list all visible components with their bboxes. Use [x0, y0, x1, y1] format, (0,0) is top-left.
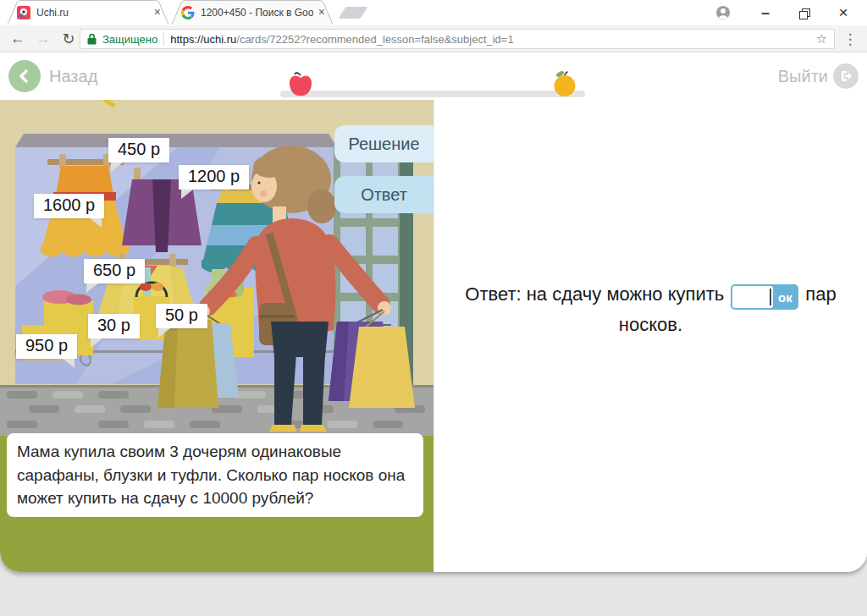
red-apple-icon [288, 70, 313, 97]
price-tag-headband: 30 р [88, 314, 140, 338]
lock-icon [87, 33, 97, 45]
tab-close-icon[interactable]: × [318, 6, 325, 18]
new-tab-button[interactable] [338, 7, 367, 19]
answer-input-widget: ок [731, 284, 798, 310]
logout-icon [839, 69, 853, 83]
back-nav-icon[interactable]: ← [7, 28, 29, 50]
tab-google-search[interactable]: 1200+450 - Поиск в Goo × [171, 0, 334, 25]
lesson-header: Назад Выйти [0, 52, 867, 100]
minimize-button[interactable]: – [748, 0, 782, 25]
google-favicon-icon [181, 6, 195, 19]
answer-prefix: Ответ: на сдачу можно купить [465, 283, 724, 305]
reload-icon[interactable]: ↻ [58, 28, 80, 50]
illustration-panel: 450 р 1200 р 1600 р 650 р 30 р 50 р 950 … [0, 100, 434, 572]
address-bar[interactable]: Защищено https://uchi.ru/cards/72252?rec… [80, 29, 835, 49]
tab-title: 1200+450 - Поиск в Goo [201, 7, 313, 19]
url-host: https://uchi.ru [170, 33, 236, 46]
question-text: Мама купила своим 3 дочерям одинаковые с… [7, 433, 423, 517]
restore-button[interactable] [787, 0, 820, 25]
price-tag-socks: 50 р [156, 304, 207, 328]
exit-button[interactable] [833, 63, 859, 89]
back-button[interactable] [8, 60, 41, 92]
price-tag-shoes: 950 р [16, 334, 77, 359]
answer-panel: Ответ: на сдачу можно купитьокпар носков… [434, 100, 867, 572]
restore-icon [799, 8, 809, 18]
window-controls: – × [698, 0, 867, 25]
tab-close-icon[interactable]: × [154, 6, 161, 18]
browser-toolbar: ← → ↻ Защищено https://uchi.ru/cards/722… [0, 25, 867, 52]
tab-strip: Uchi.ru × 1200+450 - Поиск в Goo × [0, 0, 867, 25]
price-tag-blouse: 450 р [108, 138, 169, 162]
price-tag-skirt: 1200 р [179, 165, 249, 190]
tab-uchi[interactable]: Uchi.ru × [7, 0, 169, 25]
browser-menu-icon[interactable]: ⋮ [840, 29, 860, 49]
browser-chrome: Uchi.ru × 1200+450 - Поиск в Goo × [0, 0, 867, 52]
exercise-card: 450 р 1200 р 1600 р 650 р 30 р 50 р 950 … [0, 100, 867, 572]
text-caret [770, 289, 771, 305]
window-close-button[interactable]: × [826, 0, 860, 25]
progress-track [280, 91, 585, 97]
ok-button[interactable]: ок [773, 286, 797, 308]
url-text: https://uchi.ru/cards/72252?recommended_… [170, 33, 809, 46]
back-label[interactable]: Назад [49, 67, 97, 86]
security-label: Защищено [102, 33, 157, 46]
answer-sentence: Ответ: на сдачу можно купитьокпар носков… [449, 279, 853, 339]
answer-input[interactable] [732, 286, 773, 308]
price-tag-shirt: 650 р [84, 259, 145, 283]
uchi-favicon-icon [17, 6, 30, 19]
exit-label[interactable]: Выйти [778, 67, 828, 86]
price-tag-dress: 1600 р [34, 194, 104, 218]
yellow-apple-icon [552, 70, 577, 97]
url-path: /cards/72252?recommended_lesson=false&su… [236, 33, 513, 46]
tab-title: Uchi.ru [36, 7, 149, 19]
lesson-progress-bar [280, 68, 585, 98]
bookmark-star-icon[interactable]: ☆ [816, 31, 827, 47]
answer-button[interactable]: Ответ [334, 176, 434, 213]
solution-button[interactable]: Решение [334, 125, 434, 162]
profile-icon[interactable] [706, 0, 740, 25]
omnibox-divider [163, 32, 164, 46]
forward-nav-icon: → [32, 28, 54, 50]
chevron-left-icon [17, 69, 32, 84]
